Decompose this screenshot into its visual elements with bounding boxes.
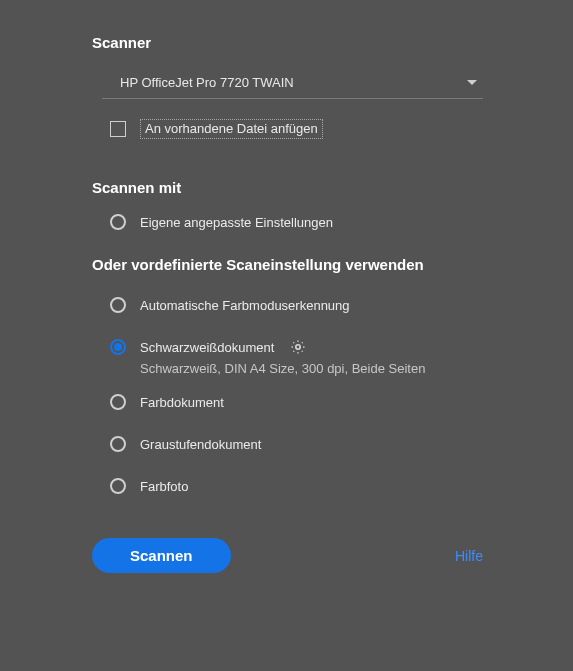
radio-icon bbox=[110, 478, 126, 494]
append-to-file-label: An vorhandene Datei anfügen bbox=[140, 119, 323, 139]
radio-icon bbox=[110, 214, 126, 230]
preset-label: Schwarzweißdokument bbox=[140, 340, 274, 355]
custom-settings-option[interactable]: Eigene angepasste Einstellungen bbox=[110, 214, 483, 230]
preset-label: Farbfoto bbox=[140, 479, 188, 494]
gear-icon[interactable] bbox=[290, 339, 306, 355]
chevron-down-icon bbox=[467, 80, 477, 86]
preset-auto-color[interactable]: Automatische Farbmoduserkennung bbox=[110, 297, 483, 313]
preset-label: Graustufendokument bbox=[140, 437, 261, 452]
preset-grayscale-document[interactable]: Graustufendokument bbox=[110, 436, 483, 452]
preset-label: Farbdokument bbox=[140, 395, 224, 410]
svg-point-0 bbox=[296, 345, 300, 349]
scan-with-heading: Scannen mit bbox=[92, 179, 483, 196]
radio-icon bbox=[110, 339, 126, 355]
radio-icon bbox=[110, 394, 126, 410]
scan-button[interactable]: Scannen bbox=[92, 538, 231, 573]
presets-heading: Oder vordefinierte Scaneinstellung verwe… bbox=[92, 256, 483, 273]
preset-color-photo[interactable]: Farbfoto bbox=[110, 478, 483, 494]
append-to-file-checkbox[interactable] bbox=[110, 121, 126, 137]
preset-label: Automatische Farbmoduserkennung bbox=[140, 298, 350, 313]
radio-icon bbox=[110, 297, 126, 313]
preset-details: Schwarzweiß, DIN A4 Size, 300 dpi, Beide… bbox=[140, 361, 483, 376]
scanner-heading: Scanner bbox=[92, 34, 483, 51]
radio-icon bbox=[110, 436, 126, 452]
help-link[interactable]: Hilfe bbox=[455, 548, 483, 564]
preset-color-document[interactable]: Farbdokument bbox=[110, 394, 483, 410]
scanner-selected-value: HP OfficeJet Pro 7720 TWAIN bbox=[120, 75, 294, 90]
custom-settings-label: Eigene angepasste Einstellungen bbox=[140, 215, 333, 230]
preset-bw-document[interactable]: Schwarzweißdokument bbox=[110, 339, 483, 355]
scanner-dropdown[interactable]: HP OfficeJet Pro 7720 TWAIN bbox=[102, 69, 483, 99]
